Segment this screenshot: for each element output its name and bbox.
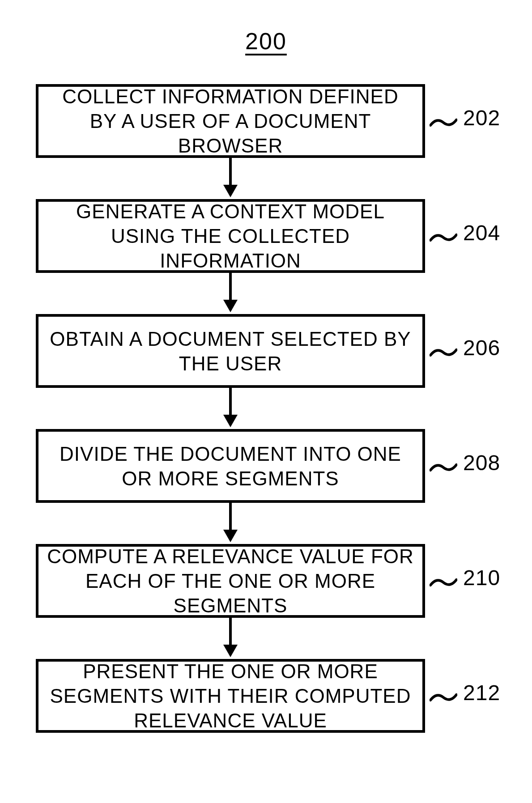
flow-step-ref: 206 [463,336,500,360]
leader-squiggle-icon [430,231,457,243]
figure-number: 200 [0,28,532,55]
flow-step-ref: 210 [463,565,500,590]
flow-step-text: OBTAIN A DOCUMENT SELECTED BY THE USER [47,327,414,376]
flow-arrowhead-icon [223,185,238,197]
flow-arrow-icon [229,618,232,646]
leader-squiggle-icon [430,691,457,703]
flow-step-text: COLLECT INFORMATION DEFINED BY A USER OF… [47,84,414,158]
flow-arrow-icon [229,158,232,186]
leader-squiggle-icon [430,346,457,358]
leader-squiggle-icon [430,576,457,588]
flow-arrow-icon [229,503,232,531]
flow-step-collect-information: COLLECT INFORMATION DEFINED BY A USER OF… [36,84,425,158]
flow-step-text: COMPUTE A RELEVANCE VALUE FOR EACH OF TH… [47,544,414,618]
flow-arrowhead-icon [223,530,238,542]
flow-step-text: PRESENT THE ONE OR MORE SEGMENTS WITH TH… [47,659,414,733]
flow-step-ref: 202 [463,106,500,130]
leader-squiggle-icon [430,116,457,128]
flow-step-divide-document: DIVIDE THE DOCUMENT INTO ONE OR MORE SEG… [36,429,425,503]
flow-step-text: DIVIDE THE DOCUMENT INTO ONE OR MORE SEG… [47,442,414,491]
flow-arrowhead-icon [223,300,238,312]
flow-arrowhead-icon [223,415,238,427]
flow-step-compute-relevance: COMPUTE A RELEVANCE VALUE FOR EACH OF TH… [36,544,425,618]
flow-step-ref: 204 [463,221,500,245]
flow-step-ref: 208 [463,450,500,475]
flow-arrow-icon [229,388,232,416]
flow-step-generate-context-model: GENERATE A CONTEXT MODEL USING THE COLLE… [36,199,425,273]
flow-step-obtain-document: OBTAIN A DOCUMENT SELECTED BY THE USER [36,314,425,388]
leader-squiggle-icon [430,461,457,473]
flow-step-text: GENERATE A CONTEXT MODEL USING THE COLLE… [47,199,414,273]
flow-step-ref: 212 [463,680,500,705]
flow-arrow-icon [229,273,232,301]
flow-arrowhead-icon [223,645,238,657]
flow-step-present-segments: PRESENT THE ONE OR MORE SEGMENTS WITH TH… [36,659,425,733]
